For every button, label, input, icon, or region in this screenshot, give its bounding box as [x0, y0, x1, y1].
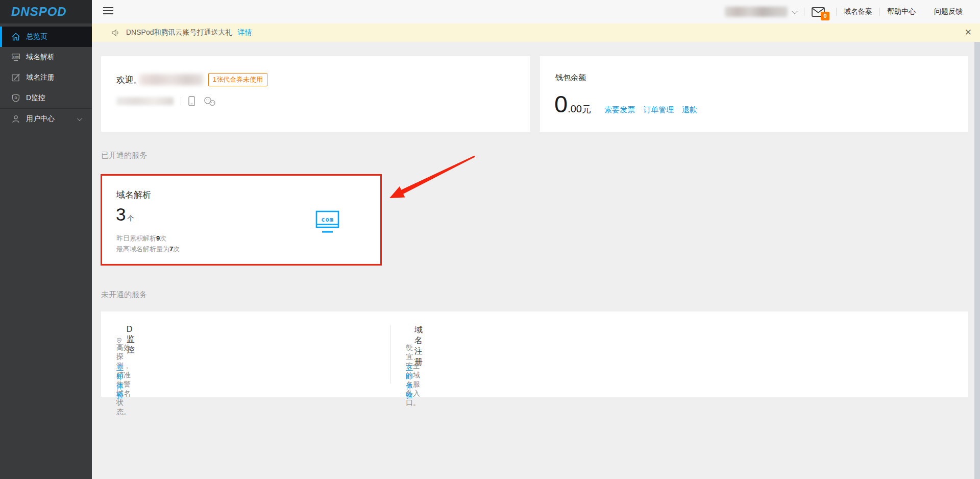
dns-count-row: 3 个: [116, 204, 134, 225]
wallet-currency: 元: [582, 103, 591, 115]
separator: [836, 8, 837, 16]
mail-badge: 0: [821, 12, 829, 20]
hamburger-menu-icon[interactable]: [103, 7, 113, 16]
notification-banner: DNSPod和腾讯云账号打通送大礼 详情 ✕: [92, 23, 980, 42]
phone-icon[interactable]: [188, 96, 195, 106]
invoice-link[interactable]: 索要发票: [604, 105, 635, 115]
wallet-links: 索要发票 订单管理 退款: [604, 105, 705, 115]
banner-detail-link[interactable]: 详情: [237, 28, 252, 37]
sidebar-nav: 总览页 com 域名解析 域名注册: [0, 23, 92, 129]
orders-link[interactable]: 订单管理: [643, 105, 674, 115]
separator: [181, 98, 181, 105]
sidebar-item-dmonitor[interactable]: D D监控: [0, 88, 92, 108]
sidebar-item-label: 总览页: [26, 32, 47, 41]
wallet-title: 钱包余额: [555, 73, 586, 83]
sidebar-item-dns[interactable]: com 域名解析: [0, 47, 92, 67]
sidebar-item-label: 域名解析: [26, 53, 55, 62]
section-unopened-services: 未开通的服务: [101, 290, 147, 300]
sidebar-item-label: 用户中心: [26, 114, 55, 124]
sidebar-item-label: D监控: [26, 93, 45, 103]
welcome-row: 欢迎, 1张代金券未使用: [116, 73, 267, 86]
wallet-card: 钱包余额 0 .00 元 索要发票 订单管理 退款: [540, 56, 968, 132]
dns-stat-peak: 最高域名解析量为7次: [116, 244, 180, 254]
try-now-link[interactable]: 立即体验: [116, 364, 124, 400]
separator: [804, 8, 804, 16]
svg-text:com: com: [13, 55, 19, 58]
topbar: 0 域名备案 帮助中心 问题反馈: [92, 0, 980, 23]
welcome-greeting: 欢迎,: [116, 74, 136, 86]
unopened-services-card: D D监控 高效探测，精准告警域名状态。 立即体验 域名注册 便宜、安全的域名服…: [101, 312, 968, 397]
section-opened-services: 已开通的服务: [101, 151, 147, 160]
dns-count-unit: 个: [127, 214, 134, 223]
svg-text:com: com: [321, 216, 334, 223]
dnspod-logo: DNSPOD: [11, 5, 67, 19]
account-name-redacted[interactable]: [725, 7, 788, 17]
topbar-link-beian[interactable]: 域名备案: [844, 7, 872, 16]
dns-stat-yesterday: 昨日累积解析9次: [116, 233, 180, 244]
username-redacted: [139, 74, 203, 85]
scrollbar[interactable]: [974, 42, 980, 479]
topbar-right: 0 域名备案 帮助中心 问题反馈: [725, 0, 963, 23]
dns-domain-count: 3: [116, 204, 126, 225]
dns-resolution-card[interactable]: 域名解析 3 个 昨日累积解析9次 最高域名解析量为7次 com: [101, 174, 382, 266]
sidebar-logo-area[interactable]: DNSPOD: [0, 0, 92, 23]
welcome-card: 欢迎, 1张代金券未使用: [101, 56, 530, 132]
wechat-icon[interactable]: [203, 97, 216, 106]
close-icon[interactable]: ✕: [965, 28, 972, 38]
wallet-amount-integer: 0: [554, 92, 568, 116]
wallet-amount-row: 0 .00 元 索要发票 订单管理 退款: [554, 92, 705, 116]
voucher-badge[interactable]: 1张代金券未使用: [208, 73, 267, 86]
wallet-amount-decimal: .00: [568, 103, 582, 115]
email-redacted: [116, 97, 174, 105]
topbar-link-help[interactable]: 帮助中心: [887, 7, 916, 16]
shield-icon: D: [11, 93, 20, 103]
chevron-down-icon[interactable]: [792, 8, 797, 14]
sidebar-item-label: 域名注册: [26, 73, 55, 82]
svg-text:D: D: [14, 96, 17, 100]
user-icon: [11, 114, 20, 124]
contact-row: [116, 96, 224, 106]
sidebar: DNSPOD 总览页 com 域名解析: [0, 0, 92, 479]
topbar-link-feedback[interactable]: 问题反馈: [934, 7, 963, 16]
monitor-com-icon-large: com: [315, 210, 339, 235]
banner-message: DNSPod和腾讯云账号打通送大礼: [126, 28, 232, 37]
dns-stats: 昨日累积解析9次 最高域名解析量为7次: [116, 233, 180, 254]
edit-register-icon: [11, 73, 20, 82]
try-now-link[interactable]: 立即体验: [406, 364, 413, 400]
monitor-com-icon: com: [11, 53, 20, 62]
vertical-divider: [390, 325, 391, 384]
chevron-down-icon: [77, 116, 82, 121]
mail-button[interactable]: 0: [812, 7, 825, 17]
sidebar-item-usercenter[interactable]: 用户中心: [0, 109, 92, 129]
dns-card-title: 域名解析: [116, 189, 151, 201]
sidebar-item-register[interactable]: 域名注册: [0, 67, 92, 88]
sidebar-item-overview[interactable]: 总览页: [0, 27, 92, 47]
speaker-icon: [111, 29, 120, 37]
home-icon: [11, 32, 20, 41]
svg-text:D: D: [118, 339, 120, 341]
separator: [879, 8, 880, 16]
refund-link[interactable]: 退款: [682, 105, 697, 115]
